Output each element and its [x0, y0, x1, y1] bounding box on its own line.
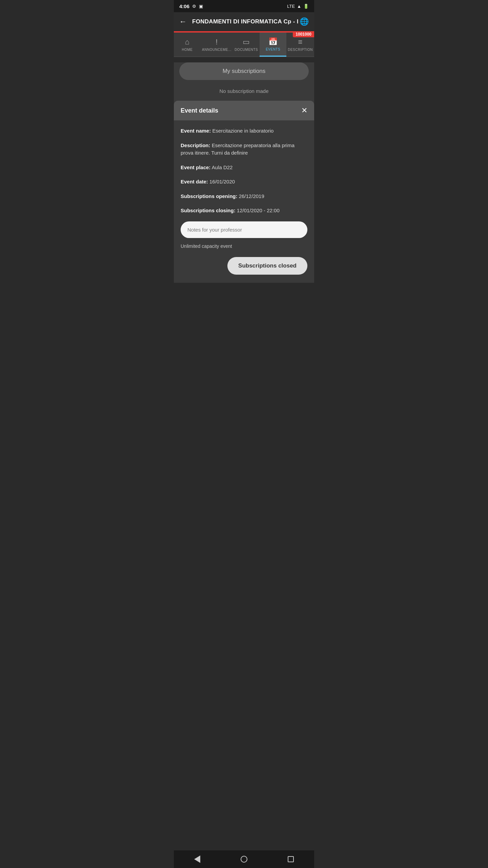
close-button[interactable]: ✕	[301, 106, 307, 115]
subscriptions-closing-row: Subscriptions closing: 12/01/2020 - 22:0…	[181, 207, 307, 215]
tab-home-label: HOME	[182, 48, 193, 52]
status-right: LTE ▲ 🔋	[287, 4, 309, 9]
subscriptions-closing-value: 12/01/2020 - 22:00	[237, 208, 280, 213]
home-icon: ⌂	[185, 38, 190, 46]
event-details-header: Event details ✕	[174, 101, 314, 120]
tab-events-label: EVENTS	[266, 47, 280, 51]
announcements-icon: !	[216, 38, 218, 46]
sim-icon: ▣	[199, 4, 203, 9]
description-label: Description:	[181, 142, 210, 148]
subscriptions-opening-row: Subscriptions opening: 26/12/2019	[181, 193, 307, 200]
event-date-label: Event date:	[181, 179, 208, 184]
no-subscription-text: No subscription made	[174, 85, 314, 99]
badge: 1001000	[293, 31, 314, 37]
subscriptions-opening-label: Subscriptions opening:	[181, 193, 238, 199]
event-place-row: Event place: Aula D22	[181, 164, 307, 172]
event-place-value: Aula D22	[212, 164, 233, 170]
event-details-body: Event name: Esercitazione in laboratorio…	[174, 120, 314, 283]
event-name-label: Event name:	[181, 128, 211, 134]
capacity-text: Unlimited capacity event	[181, 243, 307, 249]
description-icon: ≡	[298, 38, 302, 46]
tab-events[interactable]: 📅 EVENTS	[260, 33, 286, 57]
description-row: Description: Esercitazione preparatoria …	[181, 142, 307, 157]
notes-input[interactable]	[181, 221, 307, 238]
back-button[interactable]: ←	[179, 17, 187, 26]
tab-announcements-label: ANNOUNCEME...	[202, 48, 231, 52]
event-name-value: Esercitazione in laboratorio	[212, 128, 273, 134]
subscriptions-opening-value: 26/12/2019	[239, 193, 264, 199]
event-name-row: Event name: Esercitazione in laboratorio	[181, 127, 307, 135]
subscriptions-closed-button[interactable]: Subscriptions closed	[227, 257, 307, 275]
documents-icon: ▭	[243, 38, 250, 46]
tab-documents-label: DOCUMENTS	[235, 48, 258, 52]
globe-icon[interactable]: 🌐	[300, 17, 309, 26]
event-date-value: 16/01/2020	[209, 179, 235, 184]
event-place-label: Event place:	[181, 164, 210, 170]
tab-documents[interactable]: ▭ DOCUMENTS	[233, 33, 260, 57]
tab-description-label: DESCRIPTION	[288, 48, 313, 52]
battery-icon: 🔋	[303, 4, 309, 9]
app-bar-title: FONDAMENTI DI INFORMATICA Cp - I	[192, 18, 300, 25]
event-details-title: Event details	[181, 107, 218, 114]
status-left: 4:06 ⚙ ▣	[179, 3, 203, 9]
status-time: 4:06	[179, 3, 189, 9]
main-content: My subscriptions No subscription made Ev…	[174, 62, 314, 283]
signal-icon: ▲	[297, 4, 301, 9]
settings-icon: ⚙	[192, 4, 196, 9]
tab-home[interactable]: ⌂ HOME	[174, 33, 201, 57]
status-bar: 4:06 ⚙ ▣ LTE ▲ 🔋	[174, 0, 314, 12]
events-icon: 📅	[268, 37, 278, 46]
accent-bar: 1001000	[174, 31, 314, 33]
network-label: LTE	[287, 4, 295, 9]
my-subscriptions-button[interactable]: My subscriptions	[179, 62, 309, 80]
event-date-row: Event date: 16/01/2020	[181, 178, 307, 186]
subscriptions-closing-label: Subscriptions closing:	[181, 208, 236, 213]
event-details-panel: Event details ✕ Event name: Esercitazion…	[174, 101, 314, 283]
app-bar: ← FONDAMENTI DI INFORMATICA Cp - I 🌐	[174, 12, 314, 31]
tab-announcements[interactable]: ! ANNOUNCEME...	[201, 33, 233, 57]
